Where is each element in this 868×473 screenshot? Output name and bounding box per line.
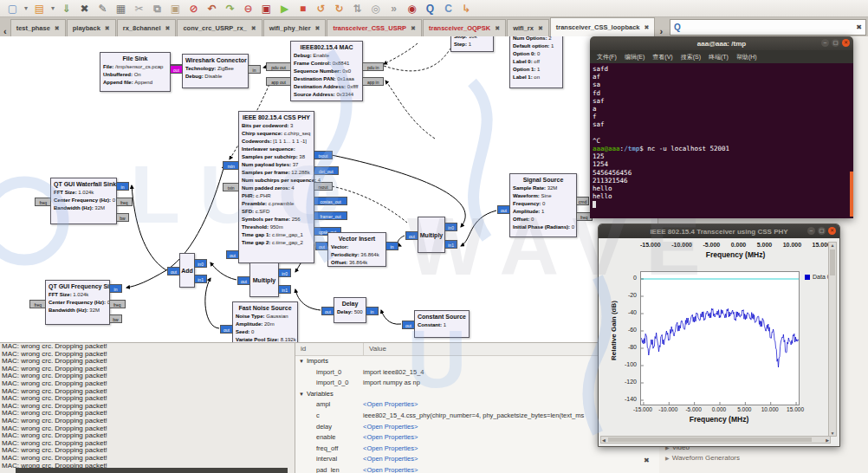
port-cmd[interactable]: cmd	[576, 197, 589, 205]
tab-wifi_rx[interactable]: wifi_rx✖	[507, 19, 549, 36]
maximize-icon[interactable]: ▢	[818, 227, 826, 235]
block-ieee802154_mac[interactable]: IEEE802.15.4 MACDebug: EnableFrame Contr…	[290, 41, 363, 101]
expand-icon[interactable]: ▶	[665, 456, 670, 461]
open-properties-link[interactable]: <Open Properties>	[358, 399, 418, 411]
terminal-titlebar[interactable]: aaa@aaa: /tmp –▢✕	[590, 36, 853, 50]
terminal-window[interactable]: aaa@aaa: /tmp –▢✕ 文件(F)编辑(E)查看(V)搜索(S)终端…	[590, 36, 853, 218]
record-icon[interactable]: ◉	[403, 1, 421, 16]
paste-icon[interactable]: ▣	[166, 1, 185, 16]
port-in[interactable]: in	[109, 284, 122, 293]
port-in1[interactable]: in1	[194, 275, 207, 283]
tab-wifi_phy_hier[interactable]: wifi_phy_hier✖	[263, 19, 327, 36]
port-framer_out[interactable]: framer_out	[314, 211, 347, 220]
close-icon[interactable]: ✕	[842, 39, 850, 47]
search-close-icon[interactable]: ✖	[856, 23, 862, 31]
port-out[interactable]: out	[321, 307, 334, 315]
open-icon[interactable]: ▤	[30, 1, 49, 16]
port-out[interactable]: out	[497, 205, 510, 214]
block-wireshark_connector[interactable]: Wireshark ConnectorTechnology: ZigBeeDeb…	[182, 54, 249, 88]
block-css_phy[interactable]: IEEE 802.15.4 CSS PHYBits per codeword: …	[238, 111, 314, 263]
port-rxin[interactable]: rxin	[223, 161, 239, 170]
tab-rx_8channel[interactable]: rx_8channel✖	[117, 19, 177, 36]
open-properties-link[interactable]: <Open Properties>	[358, 422, 418, 433]
tabs-scroll-left[interactable]: ‹	[0, 26, 10, 36]
port-txout[interactable]: txout	[314, 151, 333, 159]
port-in0[interactable]: in0	[278, 269, 291, 277]
scroll-right-icon[interactable]: ▶	[826, 437, 829, 443]
open-properties-link[interactable]: <Open Properties>	[358, 465, 418, 473]
port-in[interactable]: in	[385, 242, 398, 250]
port-app out[interactable]: app out	[266, 77, 291, 86]
block-add[interactable]: Addoutin0in1	[179, 253, 195, 288]
port-out[interactable]: out	[405, 231, 418, 240]
fast-forward-icon[interactable]: »	[385, 1, 403, 16]
block-signal_source[interactable]: Signal SourceSample Rate: 32MWaveform: S…	[509, 173, 577, 237]
scroll-left-icon[interactable]: ◀	[602, 437, 606, 443]
screen-capture-icon[interactable]: ▣	[257, 1, 275, 16]
rotate-cw-icon[interactable]: ↻	[330, 1, 348, 16]
port-costas_out[interactable]: costas_out	[314, 197, 347, 205]
port-out[interactable]: out	[402, 321, 415, 329]
open-dropdown-icon[interactable]: ▾	[49, 1, 57, 16]
port-freq[interactable]: freq	[116, 198, 133, 206]
edit-icon[interactable]: ✎	[94, 1, 112, 16]
run-icon[interactable]: ▶	[275, 1, 294, 16]
errors-icon[interactable]: ⊖	[239, 1, 257, 16]
plot-window[interactable]: IEEE 802.15.4 Transceiver using CSS PHY …	[598, 224, 840, 447]
jump-icon[interactable]: ↳	[457, 1, 476, 16]
tab-close-icon[interactable]: ✖	[165, 25, 171, 32]
library-item-Waveform Generators[interactable]: ▶Waveform Generators	[665, 454, 740, 462]
open-properties-link[interactable]: <Open Properties>	[358, 454, 418, 465]
variable-row-pad_len[interactable]: pad_len<Open Properties>	[295, 465, 659, 473]
block-chooser_partial[interactable]: Num Options: 2Default option: 1Option 0:…	[509, 36, 563, 88]
port-in[interactable]: in	[116, 182, 129, 191]
port-out[interactable]: out	[170, 65, 183, 74]
stop-icon[interactable]: ■	[294, 1, 312, 16]
terminal-body[interactable]: safdafsafdsafafsaf ^Caaa@aaa:/tmp$ nc -u…	[590, 63, 853, 218]
open-properties-link[interactable]: <Open Properties>	[358, 444, 418, 455]
terminal-scrollbar[interactable]	[850, 172, 853, 217]
tab-transceiver_CSS_loopback[interactable]: transceiver_CSS_loopback✖	[550, 17, 656, 36]
plot-titlebar[interactable]: IEEE 802.15.4 Transceiver using CSS PHY …	[599, 224, 839, 238]
port-bw[interactable]: bw	[109, 314, 122, 323]
new-dropdown-icon[interactable]: ▾	[22, 1, 30, 16]
terminal-menu-item[interactable]: 帮助(H)	[736, 53, 757, 62]
block-multiply_1[interactable]: Multiplyoutin0in1	[249, 262, 279, 297]
tab-test_phase[interactable]: test_phase✖	[10, 19, 66, 36]
tabs-scroll-right[interactable]: ›	[656, 26, 666, 36]
redo-icon[interactable]: ↷	[221, 1, 239, 16]
block-file_sink[interactable]: File SinkFile: /tmp/sensor_cs.pcapUnbuff…	[100, 52, 171, 92]
variable-row-interval[interactable]: interval<Open Properties>	[295, 454, 659, 465]
port-out[interactable]: out	[167, 267, 180, 275]
tab-close-icon[interactable]: ✖	[315, 25, 321, 32]
terminal-menu-item[interactable]: 搜索(S)	[681, 53, 701, 62]
port-in1[interactable]: in1	[444, 240, 457, 249]
terminal-menu-item[interactable]: 编辑(E)	[625, 53, 645, 62]
disable-icon[interactable]: ⊘	[185, 1, 203, 16]
scroll-up-icon[interactable]: ▲	[829, 243, 836, 248]
tab-close-icon[interactable]: ✖	[105, 25, 110, 32]
minimize-icon[interactable]: –	[821, 39, 829, 47]
tab-close-icon[interactable]: ✖	[411, 25, 416, 32]
port-out[interactable]: out	[220, 325, 233, 334]
tab-transceiver_CSS_USRP[interactable]: transceiver_CSS_USRP✖	[327, 19, 422, 36]
terminal-menu-item[interactable]: 查看(V)	[652, 53, 672, 62]
vertical-scrollbar[interactable]: ▲▼	[828, 242, 837, 437]
port-in0[interactable]: in0	[194, 259, 207, 268]
block-search-input[interactable]: Q✖	[670, 19, 866, 36]
tab-transceiver_OQPSK[interactable]: transceiver_OQPSK✖	[423, 19, 506, 36]
open-properties-link[interactable]: <Open Properties>	[358, 432, 418, 444]
cut-icon[interactable]: ✂	[130, 1, 148, 16]
port-bw[interactable]: bw	[116, 213, 129, 222]
block-vector_insert[interactable]: Vector InsertVector: Periodicity: 36.864…	[327, 232, 386, 267]
port-out[interactable]: out	[315, 242, 328, 250]
close-icon[interactable]: ✖	[644, 457, 650, 464]
undo-icon[interactable]: ↶	[203, 1, 221, 16]
horizontal-scrollbar[interactable]: ◀▶	[600, 436, 831, 444]
minimize-icon[interactable]: –	[807, 227, 815, 235]
tab-close-icon[interactable]: ✖	[55, 25, 60, 32]
search-icon[interactable]: Q	[421, 1, 439, 16]
collapse-icon[interactable]: ▼	[299, 359, 304, 364]
tab-close-icon[interactable]: ✖	[645, 24, 650, 31]
block-fast_noise_source[interactable]: Fast Noise SourceNoise Type: GaussianAmp…	[232, 301, 298, 342]
